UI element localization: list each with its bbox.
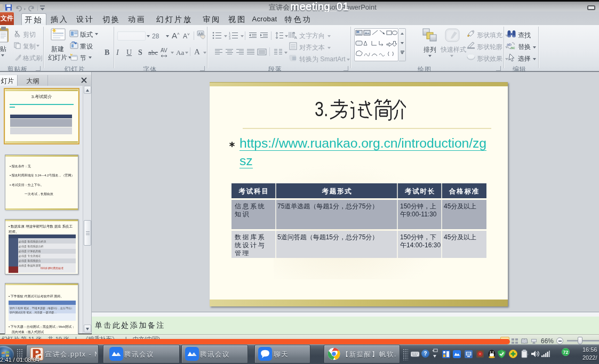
svg-text:A: A: [294, 36, 297, 39]
svg-text:ac: ac: [510, 45, 515, 50]
svg-text:AB: AB: [198, 32, 204, 36]
svg-text:3: 3: [229, 37, 230, 39]
